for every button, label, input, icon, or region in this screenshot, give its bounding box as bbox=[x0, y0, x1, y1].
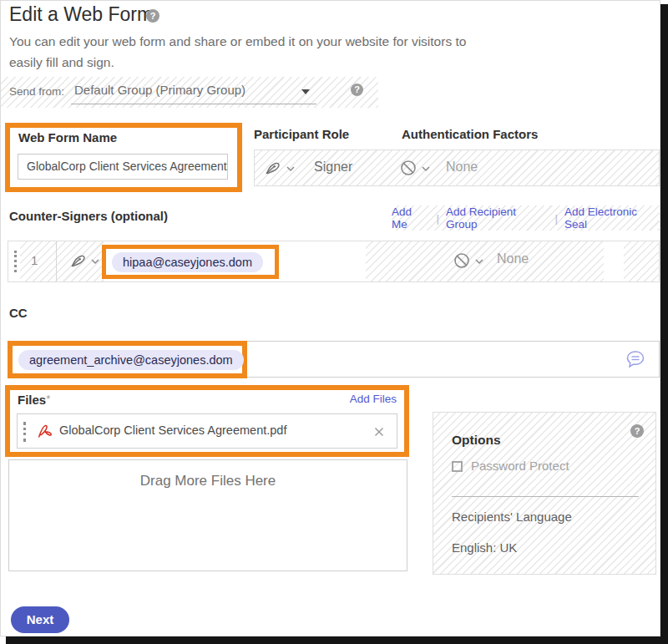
add-recipient-group-link[interactable]: Add Recipient Group bbox=[446, 205, 548, 231]
row-divider bbox=[56, 241, 57, 281]
no-auth-icon bbox=[400, 160, 417, 176]
recipients-language-label: Recipients' Language bbox=[452, 510, 572, 524]
pen-nib-icon bbox=[265, 160, 283, 175]
auth-factors-label: Authentication Factors bbox=[402, 127, 538, 141]
edit-web-form-page: Edit a Web Form ? You can edit your web … bbox=[0, 0, 660, 636]
pen-nib-icon bbox=[70, 253, 89, 268]
send-from-help-icon[interactable]: ? bbox=[351, 84, 363, 96]
file-name: GlobalCorp Client Services Agreement.pdf bbox=[59, 423, 286, 437]
participant-role-value[interactable]: Signer bbox=[314, 160, 352, 175]
send-from-select[interactable]: Default Group (Primary Group) bbox=[74, 83, 245, 97]
participant-role-row: Signer None bbox=[254, 150, 660, 186]
signer-email-highlight[interactable]: hipaa@caseyjones.dom bbox=[102, 245, 279, 279]
add-electronic-seal-link[interactable]: Add Electronic Seal bbox=[564, 205, 660, 231]
signer-auth-chevron-icon[interactable] bbox=[475, 259, 483, 265]
page-description: You can edit your web form and share or … bbox=[9, 31, 466, 73]
cc-heading: CC bbox=[9, 306, 28, 320]
web-form-name-label: Web Form Name bbox=[18, 130, 117, 145]
files-highlight: Files* Add Files GlobalCorp Client Servi… bbox=[5, 385, 409, 457]
drop-zone-text: Drag More Files Here bbox=[9, 473, 407, 489]
send-from-group: Send from: Default Group (Primary Group) bbox=[1, 77, 378, 108]
signer-row-end-hatch bbox=[624, 241, 660, 281]
file-row: GlobalCorp Client Services Agreement.pdf bbox=[17, 413, 397, 449]
participant-role-label: Participant Role bbox=[254, 127, 349, 141]
file-drag-handle[interactable] bbox=[23, 422, 26, 442]
message-bubble-icon[interactable] bbox=[625, 350, 645, 369]
options-divider bbox=[452, 496, 639, 497]
remove-file-icon[interactable] bbox=[374, 427, 384, 437]
next-button[interactable]: Next bbox=[11, 606, 69, 633]
counter-signer-row: 1 hipaa@caseyjones.dom None bbox=[8, 241, 660, 282]
drag-handle[interactable] bbox=[14, 251, 17, 272]
files-heading: Files* bbox=[18, 393, 50, 408]
signer-email-chip: hipaa@caseyjones.dom bbox=[112, 252, 263, 272]
recipients-language-value[interactable]: English: UK bbox=[452, 540, 517, 555]
link-separator: | bbox=[554, 212, 558, 225]
send-from-label: Send from: bbox=[9, 85, 64, 98]
required-asterisk: * bbox=[46, 393, 50, 405]
password-protect-checkbox[interactable] bbox=[452, 461, 463, 472]
options-help-icon[interactable]: ? bbox=[630, 424, 644, 438]
web-form-name-input[interactable]: GlobalCorp Client Services Agreement bbox=[18, 154, 228, 180]
frame-shadow-bottom bbox=[6, 636, 668, 644]
signer-auth-value[interactable]: None bbox=[497, 251, 529, 266]
link-separator: | bbox=[436, 212, 439, 225]
no-auth-icon bbox=[453, 252, 470, 269]
add-files-link[interactable]: Add Files bbox=[350, 393, 397, 408]
description-line-2: easily fill and sign. bbox=[9, 52, 466, 73]
counter-signers-heading: Counter-Signers (optional) bbox=[9, 209, 168, 223]
title-help-icon[interactable]: ? bbox=[146, 9, 159, 23]
signer-auth-hatch bbox=[366, 241, 604, 281]
cc-input-row[interactable]: agreement_archive@caseyjones.dom bbox=[8, 341, 660, 378]
description-line-1: You can edit your web form and share or … bbox=[9, 31, 466, 52]
frame-shadow-right bbox=[660, 4, 668, 636]
pdf-file-icon bbox=[38, 424, 53, 439]
web-form-name-highlight: Web Form Name GlobalCorp Client Services… bbox=[5, 123, 242, 192]
password-protect-label: Password Protect bbox=[471, 459, 569, 473]
signer-role-chevron-icon[interactable] bbox=[91, 259, 99, 265]
auth-factors-value[interactable]: None bbox=[446, 160, 478, 175]
counter-signer-links: Add Me | Add Recipient Group | Add Elect… bbox=[392, 205, 660, 231]
signer-index: 1 bbox=[31, 253, 38, 267]
cc-email-highlight: agreement_archive@caseyjones.dom bbox=[8, 341, 247, 378]
send-from-underline bbox=[71, 104, 316, 104]
screenshot-canvas: Edit a Web Form ? You can edit your web … bbox=[0, 0, 668, 644]
cc-email-chip: agreement_archive@caseyjones.dom bbox=[18, 350, 244, 370]
page-title: Edit a Web Form bbox=[9, 3, 153, 26]
add-me-link[interactable]: Add Me bbox=[392, 205, 429, 231]
dropdown-caret-icon bbox=[301, 89, 310, 94]
role-chevron-down-icon[interactable] bbox=[286, 166, 295, 172]
options-panel: Options ? Password Protect Recipients' L… bbox=[433, 412, 656, 575]
file-drop-zone[interactable]: Drag More Files Here bbox=[8, 459, 407, 571]
options-heading: Options bbox=[452, 433, 501, 448]
auth-chevron-down-icon[interactable] bbox=[422, 166, 430, 172]
